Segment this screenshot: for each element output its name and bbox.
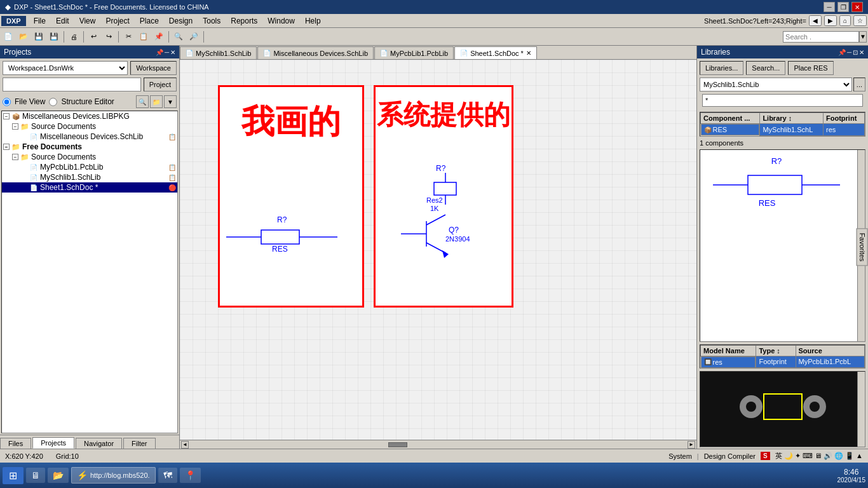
nav-star-button[interactable]: ☆ <box>853 15 867 26</box>
place-res-button[interactable]: Place RES <box>788 61 833 75</box>
toolbar-save-all[interactable]: 💾 <box>47 30 61 44</box>
menu-design[interactable]: Design <box>164 15 198 27</box>
close-button[interactable]: ✕ <box>851 2 863 12</box>
projects-pin-button[interactable]: 📌 <box>156 49 163 56</box>
taskbar-item-dxp[interactable]: ⚡ http://blog.mbs520. <box>71 467 156 484</box>
location-text: Sheet1.SchDoc?Left=243;Right= <box>704 17 806 25</box>
title-bar: ◆ DXP - Sheet1.SchDoc * - Free Documents… <box>0 0 868 14</box>
tree-item-misc-schlib[interactable]: 📄 Miscellaneous Devices.SchLib 📋 <box>2 132 177 142</box>
toolbar-undo[interactable]: ↩ <box>86 30 100 44</box>
scrollbar-thumb[interactable] <box>388 442 407 447</box>
menu-place[interactable]: Place <box>135 15 164 27</box>
lib-close-button[interactable]: ✕ <box>859 49 864 56</box>
title-bar-controls[interactable]: ─ ❐ ✕ <box>824 2 863 12</box>
menu-reports[interactable]: Reports <box>226 15 262 27</box>
model-table-row[interactable]: 🔲 res Footprint MyPcbLib1.PcbL <box>701 356 865 368</box>
lib-pin-button[interactable]: 📌 <box>838 49 846 56</box>
menu-help[interactable]: Help <box>300 15 326 27</box>
tab-myschlib[interactable]: 📄 MySchlib1.SchLib <box>180 46 257 59</box>
menu-tools[interactable]: Tools <box>198 15 226 27</box>
taskbar-item-2[interactable]: 📂 <box>48 468 69 483</box>
view-icon-3[interactable]: ▼ <box>164 95 177 108</box>
tree-item-src-docs-1[interactable]: − 📁 Source Documents <box>2 121 177 132</box>
lib-buttons: Libraries... Search... Place RES <box>697 58 868 78</box>
projects-close-button[interactable]: ✕ <box>170 49 175 56</box>
search-button[interactable]: ▼ <box>859 31 867 43</box>
toolbar-save[interactable]: 💾 <box>32 30 46 44</box>
expand-icon-src1[interactable]: − <box>12 123 18 130</box>
taskbar-item-1[interactable]: 🖥 <box>26 468 45 483</box>
libraries-header: Libraries 📌 ─ ⊡ ✕ <box>697 46 868 58</box>
menu-view[interactable]: View <box>74 15 101 27</box>
lib-table-row[interactable]: 📦 RES MySchlib1.SchL res <box>701 124 865 136</box>
start-button[interactable]: ⊞ <box>3 467 24 484</box>
tab-label-pcblib: MyPcbLib1.PcbLib <box>390 50 448 57</box>
search-input[interactable] <box>783 31 859 43</box>
projects-minimize-button[interactable]: ─ <box>165 49 169 56</box>
nav-home-button[interactable]: ⌂ <box>839 15 851 26</box>
tab-miscschlib[interactable]: 📄 Miscellaneous Devices.SchLib <box>257 46 374 59</box>
pcb-scrollbar[interactable] <box>857 372 865 447</box>
expand-icon-libpkg[interactable]: − <box>3 113 10 119</box>
taskbar-item-3[interactable]: 🗺 <box>158 468 177 483</box>
tab-files[interactable]: Files <box>0 438 31 449</box>
toolbar-copy[interactable]: 📋 <box>137 30 151 44</box>
favorites-tab[interactable]: Favorites <box>856 228 867 266</box>
nav-back-button[interactable]: ◀ <box>809 15 822 26</box>
restore-button[interactable]: ❐ <box>837 2 849 12</box>
menu-project[interactable]: Project <box>100 15 134 27</box>
schematic-area[interactable]: 我画的 R? RES <box>180 60 696 440</box>
tree-item-free-docs[interactable]: − 📁 Free Documents <box>2 142 177 152</box>
toolbar-zoom-in[interactable]: 🔍 <box>172 30 186 44</box>
lib-dropdown[interactable]: MySchlib1.SchLib <box>700 78 852 92</box>
structure-editor-radio[interactable] <box>49 98 57 106</box>
toolbar-print[interactable]: 🖨 <box>67 30 81 44</box>
tree-item-pcblib[interactable]: 📄 MyPcbLib1.PcbLib 📋 <box>2 162 177 172</box>
lib-minimize-button[interactable]: ─ <box>847 49 851 56</box>
toolbar-cut[interactable]: ✂ <box>121 30 135 44</box>
search-button-lib[interactable]: Search... <box>746 61 785 75</box>
lib-dots-button[interactable]: ... <box>853 78 865 92</box>
toolbar-new[interactable]: 📄 <box>1 30 15 44</box>
libraries-button[interactable]: Libraries... <box>700 61 743 75</box>
tree-item-src-docs-2[interactable]: − 📁 Source Documents <box>2 152 177 162</box>
menu-edit[interactable]: Edit <box>51 15 74 27</box>
tree-item-libpkg[interactable]: − 📦 Miscellaneous Devices.LIBPKG <box>2 111 177 121</box>
toolbar-zoom-out[interactable]: 🔎 <box>187 30 201 44</box>
lib-maximize-button[interactable]: ⊡ <box>853 49 858 56</box>
view-icon-1[interactable]: 🔍 <box>136 95 149 108</box>
expand-icon-free[interactable]: − <box>3 144 10 150</box>
taskbar-item-4[interactable]: 📍 <box>180 468 201 483</box>
scroll-left-button[interactable]: ◄ <box>181 441 189 449</box>
dxp-logo[interactable]: DXP <box>1 16 26 26</box>
projects-header-controls[interactable]: 📌 ─ ✕ <box>156 49 175 56</box>
horizontal-scrollbar[interactable]: ◄ ► <box>180 440 696 449</box>
expand-icon-src2[interactable]: − <box>12 154 18 160</box>
lib-header-controls[interactable]: 📌 ─ ⊡ ✕ <box>838 49 864 56</box>
tab-filter[interactable]: Filter <box>123 438 155 449</box>
lib-table-container: Component ... Library ↕ Footprint 📦 RES … <box>700 112 865 137</box>
scroll-right-button[interactable]: ► <box>688 441 695 449</box>
file-view-radio[interactable] <box>3 98 11 106</box>
tree-item-schlib[interactable]: 📄 MySchlib1.SchLib 📋 <box>2 172 177 182</box>
nav-forward-button[interactable]: ▶ <box>824 15 837 26</box>
toolbar-paste[interactable]: 📌 <box>152 30 166 44</box>
tab-close-schdoc[interactable]: ✕ <box>526 50 531 57</box>
minimize-button[interactable]: ─ <box>824 2 835 12</box>
toolbar-redo[interactable]: ↪ <box>102 30 116 44</box>
toolbar-open[interactable]: 📂 <box>17 30 31 44</box>
lib-filter-input[interactable] <box>702 94 863 107</box>
project-button[interactable]: Project <box>144 78 177 92</box>
tab-pcblib[interactable]: 📄 MyPcbLib1.PcbLib <box>374 46 454 59</box>
model-col-name: Model Name <box>701 345 756 356</box>
workspace-button[interactable]: Workspace <box>130 61 177 75</box>
coordinates: X:620 Y:420 <box>5 452 43 460</box>
tree-item-schdoc[interactable]: 📄 Sheet1.SchDoc * 🔴 <box>2 182 177 193</box>
menu-window[interactable]: Window <box>262 15 300 27</box>
tab-schdoc[interactable]: 📄 Sheet1.SchDoc * ✕ <box>454 46 537 59</box>
menu-file[interactable]: File <box>29 15 51 27</box>
view-icon-2[interactable]: 📁 <box>150 95 163 108</box>
tab-projects[interactable]: Projects <box>32 437 74 449</box>
tab-navigator[interactable]: Navigator <box>76 438 122 449</box>
workspace-dropdown[interactable]: Workspace1.DsnWrk <box>3 61 128 75</box>
